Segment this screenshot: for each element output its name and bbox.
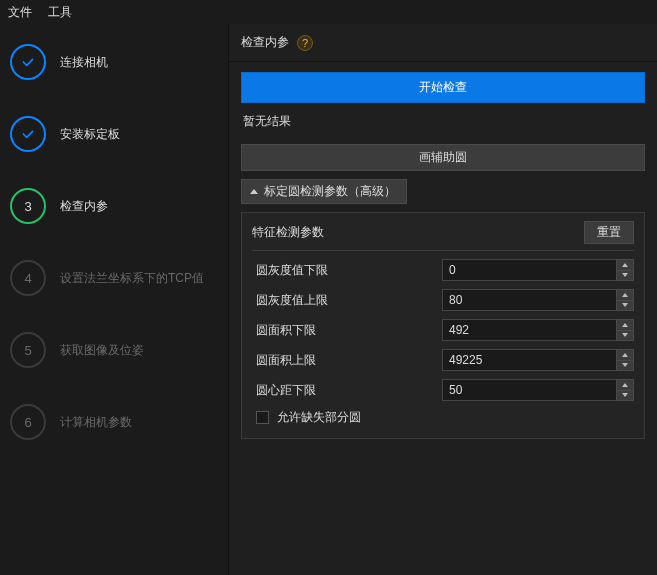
param-row-area-max: 圆面积上限 — [252, 349, 634, 371]
step-status-icon — [10, 116, 46, 152]
help-icon[interactable]: ? — [297, 35, 313, 51]
step-status-icon: 3 — [10, 188, 46, 224]
step-compute-params[interactable]: 6 计算相机参数 — [10, 404, 218, 440]
param-input-wrap — [442, 289, 634, 311]
param-box-title: 特征检测参数 — [252, 224, 324, 241]
param-input-wrap — [442, 349, 634, 371]
step-down-button[interactable] — [616, 331, 634, 342]
step-capture[interactable]: 5 获取图像及位姿 — [10, 332, 218, 368]
step-down-button[interactable] — [616, 391, 634, 402]
spinner — [616, 289, 634, 311]
caret-down-icon — [622, 303, 628, 307]
param-row-area-min: 圆面积下限 — [252, 319, 634, 341]
param-row-center-dist-min: 圆心距下限 — [252, 379, 634, 401]
caret-up-icon — [622, 293, 628, 297]
param-box: 特征检测参数 重置 圆灰度值下限 圆灰度值上限 — [241, 212, 645, 439]
step-label: 计算相机参数 — [60, 414, 132, 431]
caret-down-icon — [622, 333, 628, 337]
panel-body: 开始检查 暂无结果 画辅助圆 标定圆检测参数（高级） 特征检测参数 重置 圆灰度… — [229, 62, 657, 449]
spinner — [616, 319, 634, 341]
caret-up-icon — [622, 353, 628, 357]
param-label: 圆面积上限 — [252, 352, 432, 369]
steps-sidebar: 连接相机 安装标定板 3 检查内参 4 设置法兰坐标系下的TCP值 5 获取图像… — [0, 24, 229, 575]
step-status-icon: 4 — [10, 260, 46, 296]
spinner — [616, 379, 634, 401]
allow-missing-row: 允许缺失部分圆 — [252, 409, 634, 426]
caret-up-icon — [622, 323, 628, 327]
step-label: 设置法兰坐标系下的TCP值 — [60, 270, 204, 287]
param-label: 圆灰度值上限 — [252, 292, 432, 309]
reset-button[interactable]: 重置 — [584, 221, 634, 244]
caret-up-icon — [622, 383, 628, 387]
param-input-wrap — [442, 259, 634, 281]
param-input-wrap — [442, 319, 634, 341]
allow-missing-checkbox[interactable] — [256, 411, 269, 424]
step-label: 安装标定板 — [60, 126, 120, 143]
menubar: 文件 工具 — [0, 0, 657, 24]
result-status: 暂无结果 — [241, 111, 645, 136]
param-label: 圆灰度值下限 — [252, 262, 432, 279]
caret-up-icon — [622, 263, 628, 267]
param-box-header: 特征检测参数 重置 — [252, 221, 634, 251]
step-up-button[interactable] — [616, 289, 634, 301]
main-split: 连接相机 安装标定板 3 检查内参 4 设置法兰坐标系下的TCP值 5 获取图像… — [0, 24, 657, 575]
check-icon — [20, 126, 36, 142]
panel-header: 检查内参 ? — [229, 24, 657, 59]
step-up-button[interactable] — [616, 379, 634, 391]
param-input[interactable] — [442, 349, 616, 371]
spinner — [616, 259, 634, 281]
param-input-wrap — [442, 379, 634, 401]
step-up-button[interactable] — [616, 259, 634, 271]
step-label: 检查内参 — [60, 198, 108, 215]
step-status-icon: 6 — [10, 404, 46, 440]
param-label: 圆心距下限 — [252, 382, 432, 399]
section-toggle-label: 标定圆检测参数（高级） — [264, 183, 396, 200]
param-row-gray-max: 圆灰度值上限 — [252, 289, 634, 311]
step-label: 连接相机 — [60, 54, 108, 71]
start-check-button[interactable]: 开始检查 — [241, 72, 645, 103]
caret-down-icon — [622, 393, 628, 397]
spinner — [616, 349, 634, 371]
param-input[interactable] — [442, 289, 616, 311]
calib-params-toggle[interactable]: 标定圆检测参数（高级） — [241, 179, 407, 204]
step-install-board[interactable]: 安装标定板 — [10, 116, 218, 152]
step-check-intrinsics[interactable]: 3 检查内参 — [10, 188, 218, 224]
step-label: 获取图像及位姿 — [60, 342, 144, 359]
step-set-tcp[interactable]: 4 设置法兰坐标系下的TCP值 — [10, 260, 218, 296]
param-row-gray-min: 圆灰度值下限 — [252, 259, 634, 281]
param-input[interactable] — [442, 319, 616, 341]
check-icon — [20, 54, 36, 70]
step-down-button[interactable] — [616, 271, 634, 282]
param-input[interactable] — [442, 259, 616, 281]
param-label: 圆面积下限 — [252, 322, 432, 339]
param-input[interactable] — [442, 379, 616, 401]
chevron-up-icon — [250, 189, 258, 194]
caret-down-icon — [622, 273, 628, 277]
step-connect-camera[interactable]: 连接相机 — [10, 44, 218, 80]
menu-file[interactable]: 文件 — [8, 4, 32, 21]
step-up-button[interactable] — [616, 349, 634, 361]
step-up-button[interactable] — [616, 319, 634, 331]
step-down-button[interactable] — [616, 361, 634, 372]
caret-down-icon — [622, 363, 628, 367]
step-status-icon — [10, 44, 46, 80]
panel-title: 检查内参 — [241, 34, 289, 51]
draw-aux-circle-button[interactable]: 画辅助圆 — [241, 144, 645, 171]
right-panel: 检查内参 ? 开始检查 暂无结果 画辅助圆 标定圆检测参数（高级） 特征检测参数… — [229, 24, 657, 575]
step-status-icon: 5 — [10, 332, 46, 368]
step-down-button[interactable] — [616, 301, 634, 312]
allow-missing-label: 允许缺失部分圆 — [277, 409, 361, 426]
menu-tools[interactable]: 工具 — [48, 4, 72, 21]
